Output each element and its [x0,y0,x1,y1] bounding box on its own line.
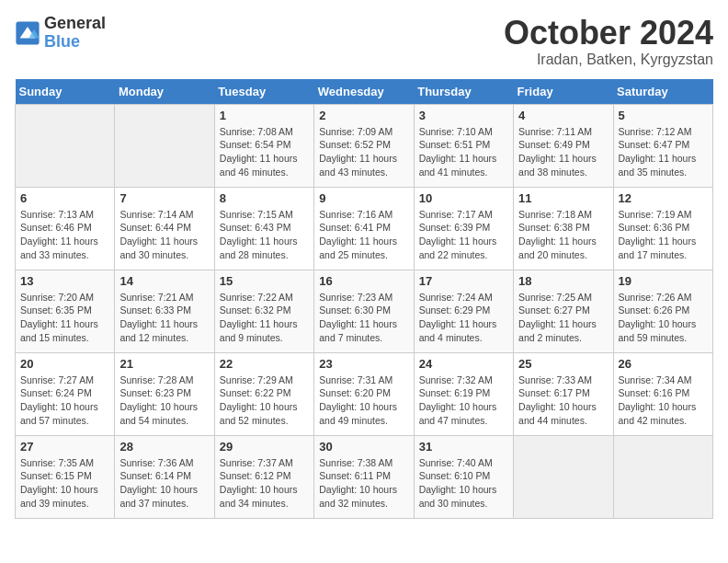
calendar-cell: 18Sunrise: 7:25 AMSunset: 6:27 PMDayligh… [514,270,613,352]
day-detail: Sunrise: 7:09 AMSunset: 6:52 PMDaylight:… [319,125,408,179]
day-detail: Sunrise: 7:23 AMSunset: 6:30 PMDaylight:… [319,291,408,345]
calendar-cell: 23Sunrise: 7:31 AMSunset: 6:20 PMDayligh… [314,352,414,435]
logo: General Blue [15,15,106,52]
day-number: 12 [619,191,708,205]
day-number: 15 [220,274,309,288]
day-number: 23 [319,357,408,371]
calendar-cell: 24Sunrise: 7:32 AMSunset: 6:19 PMDayligh… [414,352,513,435]
day-detail: Sunrise: 7:20 AMSunset: 6:35 PMDaylight:… [20,291,109,345]
calendar-cell: 5Sunrise: 7:12 AMSunset: 6:47 PMDaylight… [613,104,712,187]
logo-text: General Blue [44,15,106,52]
calendar-cell: 1Sunrise: 7:08 AMSunset: 6:54 PMDaylight… [214,104,313,187]
day-detail: Sunrise: 7:22 AMSunset: 6:32 PMDaylight:… [220,291,309,345]
calendar-week-2: 6Sunrise: 7:13 AMSunset: 6:46 PMDaylight… [16,187,713,270]
dow-header-monday: Monday [115,79,214,105]
day-number: 17 [419,274,508,288]
calendar-week-1: 1Sunrise: 7:08 AMSunset: 6:54 PMDaylight… [16,104,713,187]
calendar-cell: 3Sunrise: 7:10 AMSunset: 6:51 PMDaylight… [414,104,513,187]
day-detail: Sunrise: 7:34 AMSunset: 6:16 PMDaylight:… [619,373,708,428]
day-detail: Sunrise: 7:38 AMSunset: 6:11 PMDaylight:… [319,456,408,511]
day-number: 3 [419,109,508,122]
day-detail: Sunrise: 7:24 AMSunset: 6:29 PMDaylight:… [419,291,508,345]
day-detail: Sunrise: 7:37 AMSunset: 6:12 PMDaylight:… [220,456,309,511]
calendar-week-3: 13Sunrise: 7:20 AMSunset: 6:35 PMDayligh… [16,270,713,352]
calendar-cell [613,435,712,518]
day-number: 30 [319,440,408,454]
dow-header-thursday: Thursday [414,79,513,105]
day-detail: Sunrise: 7:25 AMSunset: 6:27 PMDaylight:… [518,291,608,345]
calendar-week-5: 27Sunrise: 7:35 AMSunset: 6:15 PMDayligh… [16,435,713,518]
day-detail: Sunrise: 7:27 AMSunset: 6:24 PMDaylight:… [20,373,109,428]
day-detail: Sunrise: 7:19 AMSunset: 6:36 PMDaylight:… [619,208,708,262]
day-number: 4 [518,109,608,122]
calendar-cell [514,435,613,518]
calendar-cell: 22Sunrise: 7:29 AMSunset: 6:22 PMDayligh… [214,352,313,435]
calendar-cell [115,104,214,187]
calendar-cell: 15Sunrise: 7:22 AMSunset: 6:32 PMDayligh… [214,270,313,352]
calendar-cell: 27Sunrise: 7:35 AMSunset: 6:15 PMDayligh… [16,435,115,518]
day-number: 26 [619,357,708,371]
day-detail: Sunrise: 7:29 AMSunset: 6:22 PMDaylight:… [220,373,309,428]
day-number: 14 [119,274,209,288]
day-number: 8 [220,191,309,205]
logo-line1: General [44,15,106,33]
day-number: 24 [419,357,508,371]
calendar-cell: 30Sunrise: 7:38 AMSunset: 6:11 PMDayligh… [314,435,414,518]
calendar-body: 1Sunrise: 7:08 AMSunset: 6:54 PMDaylight… [16,104,713,518]
day-number: 10 [419,191,508,205]
day-number: 6 [20,191,109,205]
calendar-cell: 14Sunrise: 7:21 AMSunset: 6:33 PMDayligh… [115,270,214,352]
day-detail: Sunrise: 7:21 AMSunset: 6:33 PMDaylight:… [119,291,209,345]
calendar-cell: 28Sunrise: 7:36 AMSunset: 6:14 PMDayligh… [115,435,214,518]
calendar-cell: 12Sunrise: 7:19 AMSunset: 6:36 PMDayligh… [613,187,712,270]
calendar-cell: 19Sunrise: 7:26 AMSunset: 6:26 PMDayligh… [613,270,712,352]
calendar-cell: 13Sunrise: 7:20 AMSunset: 6:35 PMDayligh… [16,270,115,352]
day-detail: Sunrise: 7:33 AMSunset: 6:17 PMDaylight:… [518,373,608,428]
logo-icon [15,20,40,46]
calendar-cell: 11Sunrise: 7:18 AMSunset: 6:38 PMDayligh… [514,187,613,270]
day-detail: Sunrise: 7:12 AMSunset: 6:47 PMDaylight:… [619,125,708,179]
calendar-cell: 9Sunrise: 7:16 AMSunset: 6:41 PMDaylight… [314,187,414,270]
dow-header-saturday: Saturday [613,79,712,105]
day-number: 25 [518,357,608,371]
calendar-cell: 26Sunrise: 7:34 AMSunset: 6:16 PMDayligh… [613,352,712,435]
calendar-cell: 6Sunrise: 7:13 AMSunset: 6:46 PMDaylight… [16,187,115,270]
day-detail: Sunrise: 7:08 AMSunset: 6:54 PMDaylight:… [220,125,309,179]
day-number: 11 [518,191,608,205]
day-detail: Sunrise: 7:32 AMSunset: 6:19 PMDaylight:… [419,373,508,428]
day-detail: Sunrise: 7:28 AMSunset: 6:23 PMDaylight:… [119,373,209,428]
day-number: 16 [319,274,408,288]
day-detail: Sunrise: 7:40 AMSunset: 6:10 PMDaylight:… [419,456,508,511]
dow-header-sunday: Sunday [16,79,115,105]
calendar-cell: 31Sunrise: 7:40 AMSunset: 6:10 PMDayligh… [414,435,513,518]
day-number: 29 [220,440,309,454]
title-block: October 2024 Iradan, Batken, Kyrgyzstan [504,15,713,68]
days-of-week-header: SundayMondayTuesdayWednesdayThursdayFrid… [16,79,713,105]
dow-header-wednesday: Wednesday [314,79,414,105]
day-number: 18 [518,274,608,288]
day-detail: Sunrise: 7:36 AMSunset: 6:14 PMDaylight:… [119,456,209,511]
day-number: 31 [419,440,508,454]
calendar-cell: 16Sunrise: 7:23 AMSunset: 6:30 PMDayligh… [314,270,414,352]
day-number: 21 [119,357,209,371]
day-number: 13 [20,274,109,288]
dow-header-tuesday: Tuesday [214,79,313,105]
day-number: 19 [619,274,708,288]
day-number: 1 [220,109,309,122]
calendar-cell: 29Sunrise: 7:37 AMSunset: 6:12 PMDayligh… [214,435,313,518]
month-title: October 2024 [504,15,713,52]
day-number: 7 [119,191,209,205]
day-detail: Sunrise: 7:13 AMSunset: 6:46 PMDaylight:… [20,208,109,262]
day-detail: Sunrise: 7:31 AMSunset: 6:20 PMDaylight:… [319,373,408,428]
day-detail: Sunrise: 7:35 AMSunset: 6:15 PMDaylight:… [20,456,109,511]
day-number: 28 [119,440,209,454]
day-detail: Sunrise: 7:18 AMSunset: 6:38 PMDaylight:… [518,208,608,262]
day-number: 22 [220,357,309,371]
dow-header-friday: Friday [514,79,613,105]
calendar-cell: 25Sunrise: 7:33 AMSunset: 6:17 PMDayligh… [514,352,613,435]
page-header: General Blue October 2024 Iradan, Batken… [15,15,713,68]
day-detail: Sunrise: 7:14 AMSunset: 6:44 PMDaylight:… [119,208,209,262]
calendar-cell: 10Sunrise: 7:17 AMSunset: 6:39 PMDayligh… [414,187,513,270]
day-detail: Sunrise: 7:17 AMSunset: 6:39 PMDaylight:… [419,208,508,262]
day-number: 27 [20,440,109,454]
